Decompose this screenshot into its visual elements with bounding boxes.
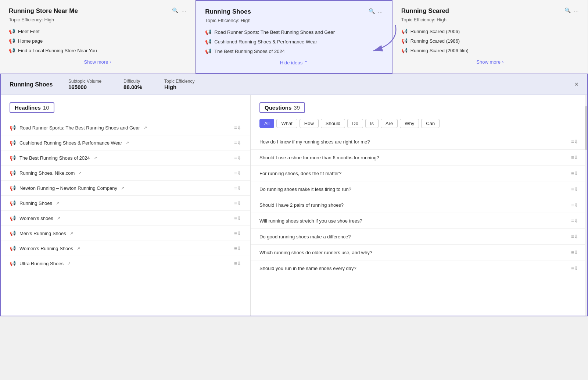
- headline-left: 📢 Road Runner Sports: The Best Running S…: [10, 125, 230, 131]
- filter-tab-how[interactable]: How: [300, 119, 319, 128]
- external-link-icon[interactable]: ↗: [144, 125, 147, 130]
- external-link-icon[interactable]: ↗: [57, 216, 60, 221]
- megaphone-icon: 📢: [401, 38, 408, 44]
- headline-text: Cushioned Running Shoes & Performance We…: [19, 140, 122, 146]
- card-item: 📢 Cushioned Running Shoes & Performance …: [205, 39, 383, 45]
- filter-tab-is[interactable]: Is: [365, 119, 379, 128]
- megaphone-icon: 📢: [205, 29, 211, 35]
- sort-icon[interactable]: ≡⇓: [234, 200, 241, 206]
- headline-left: 📢 Running Shoes. Nike.com ↗: [10, 170, 230, 176]
- sort-icon[interactable]: ≡⇓: [571, 249, 578, 255]
- card-item: 📢 Running Scared (1986): [401, 38, 579, 44]
- question-item: Should I have 2 pairs of running shoes? …: [251, 197, 587, 213]
- megaphone-icon: 📢: [10, 200, 16, 206]
- external-link-icon[interactable]: ↗: [70, 231, 73, 236]
- sort-icon[interactable]: ≡⇓: [234, 215, 241, 221]
- panel-content: Headlines 10 📢 Road Runner Sports: The B…: [1, 95, 587, 316]
- sort-icon[interactable]: ≡⇓: [571, 265, 578, 271]
- megaphone-icon: 📢: [10, 215, 16, 221]
- search-icon[interactable]: 🔍: [369, 8, 375, 14]
- sort-icon[interactable]: ≡⇓: [571, 218, 578, 224]
- filter-tab-what[interactable]: What: [276, 119, 297, 128]
- external-link-icon[interactable]: ↗: [67, 261, 71, 266]
- search-icon[interactable]: 🔍: [564, 7, 571, 13]
- questions-badge: Questions 39: [259, 102, 305, 113]
- more-icon[interactable]: …: [574, 7, 579, 13]
- sort-icon[interactable]: ≡⇓: [234, 125, 241, 131]
- card-running-shoes: Running Shoes 🔍 … Topic Efficiency: High…: [196, 0, 392, 74]
- megaphone-icon: 📢: [205, 39, 211, 45]
- sort-icon[interactable]: ≡⇓: [571, 139, 578, 145]
- meta-label: Difficulty: [123, 79, 142, 84]
- hide-ideas-button[interactable]: Hide ideas ⌃: [205, 60, 383, 65]
- card-running-store: Running Store Near Me 🔍 … Topic Efficien…: [0, 0, 196, 74]
- meta-label: Subtopic Volume: [68, 79, 101, 84]
- card-actions[interactable]: 🔍 …: [564, 7, 579, 13]
- meta-value: 165000: [68, 84, 101, 90]
- external-link-icon[interactable]: ↗: [121, 186, 124, 191]
- sort-icon[interactable]: ≡⇓: [571, 155, 578, 160]
- sort-icon[interactable]: ≡⇓: [571, 234, 578, 239]
- headlines-label: Headlines: [15, 104, 41, 111]
- megaphone-icon: 📢: [10, 185, 16, 191]
- filter-tab-all[interactable]: All: [259, 119, 274, 128]
- external-link-icon[interactable]: ↗: [77, 246, 80, 251]
- external-link-icon[interactable]: ↗: [78, 171, 82, 175]
- meta-difficulty: Difficulty 88.00%: [123, 79, 142, 90]
- headline-item: 📢 The Best Running Shoes of 2024 ↗ ≡⇓: [1, 150, 250, 166]
- sort-icon[interactable]: ≡⇓: [234, 185, 241, 191]
- panel-meta: Subtopic Volume 165000 Difficulty 88.00%…: [68, 79, 194, 90]
- filter-tab-why[interactable]: Why: [400, 119, 419, 128]
- sort-icon[interactable]: ≡⇓: [571, 186, 578, 192]
- item-text: Find a Local Running Store Near You: [18, 48, 97, 53]
- question-text: Should I use a shoe for more than 6 mont…: [259, 155, 571, 160]
- headline-text: Women's shoes: [19, 216, 53, 221]
- headline-text: Running Shoes: [19, 200, 52, 206]
- sort-icon[interactable]: ≡⇓: [234, 260, 241, 266]
- sort-icon[interactable]: ≡⇓: [234, 230, 241, 236]
- filter-tab-can[interactable]: Can: [421, 119, 440, 128]
- search-icon[interactable]: 🔍: [172, 7, 178, 13]
- external-link-icon[interactable]: ↗: [56, 201, 59, 206]
- filter-tabs: All What How Should Do Is Are Why Can: [251, 119, 587, 134]
- sort-icon[interactable]: ≡⇓: [234, 170, 241, 176]
- sort-icon[interactable]: ≡⇓: [571, 170, 578, 176]
- external-link-icon[interactable]: ↗: [94, 156, 97, 160]
- scrollbar-track[interactable]: [585, 95, 587, 316]
- filter-tab-do[interactable]: Do: [347, 119, 363, 128]
- headline-left: 📢 The Best Running Shoes of 2024 ↗: [10, 155, 230, 161]
- more-icon[interactable]: …: [378, 8, 383, 14]
- megaphone-icon: 📢: [10, 140, 16, 146]
- item-text: The Best Running Shoes of 2024: [214, 49, 285, 54]
- sort-icon[interactable]: ≡⇓: [234, 140, 241, 146]
- scrollbar-thumb[interactable]: [585, 106, 587, 150]
- show-more-button[interactable]: Show more ›: [9, 59, 186, 65]
- sort-icon[interactable]: ≡⇓: [234, 155, 241, 161]
- meta-value: 88.00%: [123, 84, 142, 90]
- more-icon[interactable]: …: [181, 7, 186, 13]
- sort-icon[interactable]: ≡⇓: [571, 202, 578, 208]
- filter-tab-should[interactable]: Should: [321, 119, 345, 128]
- card-actions[interactable]: 🔍 …: [172, 7, 186, 13]
- meta-subtopic-volume: Subtopic Volume 165000: [68, 79, 101, 90]
- card-actions[interactable]: 🔍 …: [369, 8, 383, 14]
- megaphone-icon: 📢: [401, 28, 408, 34]
- card-header: Running Scared 🔍 …: [401, 7, 579, 15]
- megaphone-icon: 📢: [9, 28, 15, 34]
- question-item: How do I know if my running shoes are ri…: [251, 134, 587, 150]
- meta-topic-efficiency: Topic Efficiency High: [164, 79, 194, 90]
- headline-left: 📢 Ultra Running Shoes ↗: [10, 260, 230, 266]
- question-text: How do I know if my running shoes are ri…: [259, 139, 571, 145]
- sort-icon[interactable]: ≡⇓: [234, 245, 241, 251]
- card-item: 📢 Home page: [9, 38, 186, 44]
- headline-item: 📢 Newton Running – Newton Running Compan…: [1, 181, 250, 196]
- headline-left: 📢 Running Shoes ↗: [10, 200, 230, 206]
- show-more-button[interactable]: Show more ›: [401, 59, 579, 65]
- external-link-icon[interactable]: ↗: [126, 141, 129, 145]
- question-item: Will running shoes stretch if you use sh…: [251, 213, 587, 229]
- filter-tab-are[interactable]: Are: [381, 119, 398, 128]
- questions-count: 39: [294, 104, 300, 111]
- megaphone-icon: 📢: [401, 47, 408, 53]
- item-text: Cushioned Running Shoes & Performance We…: [214, 39, 317, 45]
- close-panel-button[interactable]: ×: [574, 81, 578, 88]
